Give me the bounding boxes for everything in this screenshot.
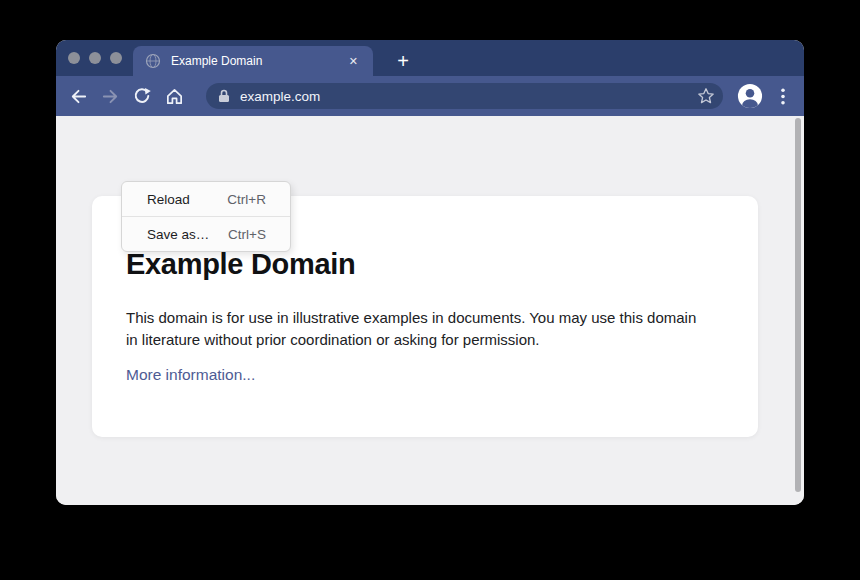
- profile-avatar-icon[interactable]: [737, 83, 763, 109]
- browser-toolbar: example.com: [56, 76, 804, 116]
- home-icon: [165, 87, 184, 106]
- page-content: Example Domain This domain is for use in…: [56, 116, 804, 505]
- favicon-globe-icon: [145, 53, 161, 69]
- title-bar[interactable]: Example Domain ✕ +: [56, 40, 804, 76]
- new-tab-button[interactable]: +: [388, 46, 418, 76]
- menu-item-label: Save as…: [147, 227, 209, 242]
- traffic-lights: [68, 52, 122, 64]
- menu-item-shortcut: Ctrl+S: [228, 227, 266, 242]
- reload-icon: [133, 87, 151, 105]
- browser-menu-button[interactable]: [775, 84, 791, 108]
- scrollbar-thumb[interactable]: [795, 118, 801, 492]
- bookmark-star-icon[interactable]: [697, 87, 715, 105]
- window-close-button[interactable]: [68, 52, 80, 64]
- home-button[interactable]: [162, 84, 186, 108]
- browser-tab[interactable]: Example Domain ✕: [133, 46, 373, 76]
- menu-item-label: Reload: [147, 192, 190, 207]
- page-title: Example Domain: [126, 248, 724, 281]
- back-arrow-icon: [69, 87, 88, 106]
- back-button[interactable]: [66, 84, 90, 108]
- tab-title: Example Domain: [171, 54, 346, 68]
- context-menu: Reload Ctrl+R Save as… Ctrl+S: [121, 181, 291, 252]
- window-zoom-button[interactable]: [110, 52, 122, 64]
- more-information-link[interactable]: More information...: [126, 366, 255, 384]
- context-menu-item-save-as[interactable]: Save as… Ctrl+S: [122, 217, 290, 251]
- url-text: example.com: [240, 89, 697, 104]
- forward-button[interactable]: [98, 84, 122, 108]
- browser-window: Example Domain ✕ +: [56, 40, 804, 505]
- menu-item-shortcut: Ctrl+R: [227, 192, 266, 207]
- reload-button[interactable]: [130, 84, 154, 108]
- tab-close-icon[interactable]: ✕: [346, 53, 361, 70]
- context-menu-item-reload[interactable]: Reload Ctrl+R: [122, 182, 290, 216]
- address-bar[interactable]: example.com: [206, 83, 723, 109]
- page-body-text: This domain is for use in illustrative e…: [126, 307, 711, 350]
- window-minimize-button[interactable]: [89, 52, 101, 64]
- forward-arrow-icon: [101, 87, 120, 106]
- kebab-menu-icon: [781, 88, 785, 105]
- lock-icon: [218, 89, 230, 103]
